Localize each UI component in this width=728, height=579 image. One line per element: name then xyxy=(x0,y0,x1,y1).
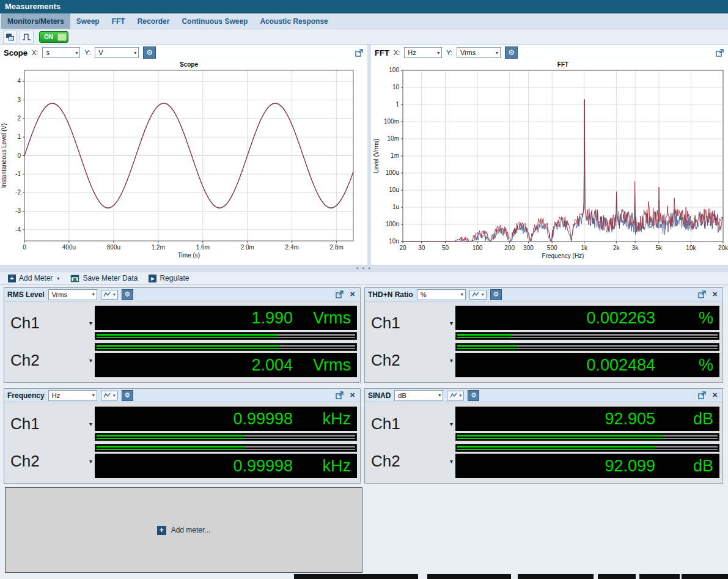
meter-unit-select[interactable]: dB ▾ xyxy=(394,390,443,401)
meter-display-mode-button[interactable]: ▾ xyxy=(101,391,118,400)
channel-name: Ch1 xyxy=(371,314,400,333)
close-icon[interactable]: ✕ xyxy=(710,290,719,299)
gear-icon[interactable]: ⚙ xyxy=(122,289,133,300)
meter-bar xyxy=(455,444,719,452)
meter-value-unit: % xyxy=(655,309,719,328)
add-meter-placeholder-label: Add meter... xyxy=(171,526,211,534)
gear-icon[interactable]: ⚙ xyxy=(122,390,133,401)
meter-unit-value: Hz xyxy=(52,392,60,399)
plus-icon: + xyxy=(157,526,166,535)
scope-x-units-select[interactable]: s ▾ xyxy=(42,47,80,58)
bar-track xyxy=(97,337,355,339)
meter-value: 1.990 xyxy=(95,309,293,328)
fft-y-units-select[interactable]: Vrms ▾ xyxy=(457,47,501,58)
scope-y-units-select[interactable]: V ▾ xyxy=(95,47,139,58)
svg-text:20k: 20k xyxy=(718,245,728,251)
meter-unit-select[interactable]: Hz ▾ xyxy=(48,390,97,401)
svg-text:1m: 1m xyxy=(391,152,399,159)
channel-selector[interactable]: Ch1 ▾ xyxy=(365,415,455,433)
popout-icon[interactable] xyxy=(355,48,364,57)
svg-text:1k: 1k xyxy=(581,245,588,251)
tab-monitors-meters[interactable]: Monitors/Meters xyxy=(1,13,70,29)
meters-area: RMS Level Vrms ▾ ▾ ⚙ ✕ xyxy=(0,285,728,579)
meter-unit-select[interactable]: % ▾ xyxy=(417,289,466,300)
meter-value-unit: Vrms xyxy=(293,356,357,375)
bar-fill xyxy=(97,438,244,440)
fft-x-units-select[interactable]: Hz ▾ xyxy=(404,47,442,58)
svg-text:-3: -3 xyxy=(15,207,21,214)
mini-graph-icon xyxy=(450,392,457,399)
meters-view-icon[interactable] xyxy=(3,31,17,43)
tab-acoustic-response[interactable]: Acoustic Response xyxy=(254,13,334,29)
meter-display-mode-button[interactable]: ▾ xyxy=(447,391,464,400)
channel-selector[interactable]: Ch2 ▾ xyxy=(365,452,455,471)
regulate-button[interactable]: ▶ Regulate xyxy=(143,272,194,285)
bar-track xyxy=(457,334,718,336)
svg-text:1: 1 xyxy=(395,101,399,108)
popout-icon[interactable] xyxy=(335,290,344,299)
tab-continuous-sweep[interactable]: Continuous Sweep xyxy=(175,13,254,29)
svg-text:100m: 100m xyxy=(384,118,399,125)
meter-value-unit: dB xyxy=(655,457,719,476)
popout-glyph xyxy=(716,49,724,57)
mini-graph-icon xyxy=(472,291,479,298)
meter-unit-value: Vrms xyxy=(52,291,67,298)
meter-unit-select[interactable]: Vrms ▾ xyxy=(48,289,97,300)
channel-selector[interactable]: Ch1 ▾ xyxy=(4,415,95,433)
meter-value: 0.002263 xyxy=(455,309,655,328)
horizontal-splitter[interactable]: • • • xyxy=(0,265,728,272)
svg-text:2.0m: 2.0m xyxy=(241,244,254,251)
scope-chart[interactable]: 0400u800u1.2m1.6m2.0m2.4m2.8m-4-3-2-1012… xyxy=(0,61,367,265)
chevron-down-icon: ▾ xyxy=(134,50,136,56)
popout-icon[interactable] xyxy=(335,391,344,400)
popout-icon[interactable] xyxy=(697,290,707,299)
channel-readout: 92.905 dB xyxy=(455,407,719,441)
chevron-down-icon: ▾ xyxy=(450,320,453,326)
close-icon[interactable]: ✕ xyxy=(710,391,719,400)
gear-icon[interactable]: ⚙ xyxy=(468,390,479,401)
channel-name: Ch2 xyxy=(10,452,40,471)
close-icon[interactable]: ✕ xyxy=(348,391,357,400)
channel-selector[interactable]: Ch1 ▾ xyxy=(4,314,95,333)
channel-selector[interactable]: Ch2 ▾ xyxy=(4,452,95,471)
tab-sweep[interactable]: Sweep xyxy=(70,13,106,29)
meter-display-mode-button[interactable]: ▾ xyxy=(469,290,487,300)
chevron-down-icon: ▾ xyxy=(461,292,463,297)
channel-selector[interactable]: Ch1 ▾ xyxy=(365,314,455,333)
gear-icon[interactable]: ⚙ xyxy=(143,46,156,59)
fft-chart[interactable]: 2030501002003005001k2k3k5k10k20k10010110… xyxy=(371,61,728,265)
tab-bar: Monitors/MetersSweepFFTRecorderContinuou… xyxy=(0,13,728,29)
bar-track xyxy=(457,438,718,440)
window-title: Measurements xyxy=(5,2,61,11)
meter-display: 0.002263 % xyxy=(455,306,719,330)
svg-text:10: 10 xyxy=(392,84,400,90)
tab-recorder[interactable]: Recorder xyxy=(131,13,176,29)
bar-fill xyxy=(457,449,655,451)
bar-fill xyxy=(457,334,512,336)
waveform-view-icon[interactable] xyxy=(20,31,34,43)
generator-on-toggle[interactable]: ON xyxy=(39,31,68,43)
gear-icon[interactable]: ⚙ xyxy=(505,46,518,59)
meter-body: Ch1 ▾ 0.002263 % Ch2 ▾ xyxy=(365,301,722,382)
fft-panel-header: FFT X: Hz ▾ Y: Vrms ▾ ⚙ xyxy=(371,45,728,61)
bar-fill xyxy=(457,337,512,339)
scope-panel-header: Scope X: s ▾ Y: V ▾ ⚙ xyxy=(0,45,367,61)
tab-fft[interactable]: FFT xyxy=(106,13,131,29)
channel-readout: 0.99998 kHz xyxy=(95,444,357,478)
meter-value-unit: % xyxy=(655,356,719,375)
channel-row: Ch1 ▾ 0.002263 % xyxy=(365,306,722,340)
add-meter-dropzone[interactable]: + Add meter... xyxy=(5,487,362,573)
channel-readout: 1.990 Vrms xyxy=(95,306,357,340)
meter-display-mode-button[interactable]: ▾ xyxy=(101,290,118,300)
svg-text:10k: 10k xyxy=(686,245,696,251)
gear-icon[interactable]: ⚙ xyxy=(490,289,502,300)
save-meter-data-button[interactable]: Save Meter Data xyxy=(65,272,143,285)
close-icon[interactable]: ✕ xyxy=(348,290,357,299)
regulate-label: Regulate xyxy=(160,274,189,282)
fft-x-units-value: Hz xyxy=(408,49,416,56)
channel-selector[interactable]: Ch2 ▾ xyxy=(4,351,95,370)
popout-icon[interactable] xyxy=(715,48,724,57)
add-meter-button[interactable]: + Add Meter ▾ xyxy=(2,272,65,285)
popout-icon[interactable] xyxy=(697,391,707,400)
channel-selector[interactable]: Ch2 ▾ xyxy=(365,351,455,370)
